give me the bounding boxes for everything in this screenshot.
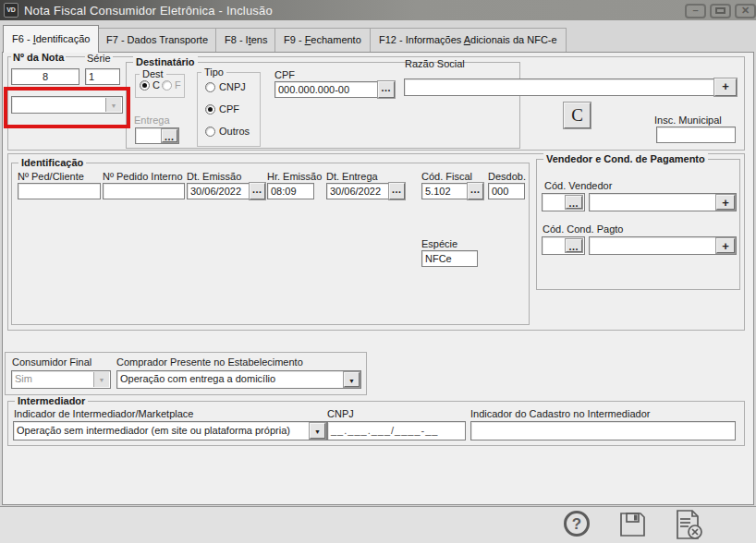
c-button[interactable]: C xyxy=(564,103,591,128)
cod-vendedor-add-button[interactable]: + xyxy=(716,195,735,210)
dt-emissao-ellipsis-button[interactable]: … xyxy=(250,183,265,199)
cod-vendedor-label: Cód. Vendedor xyxy=(544,180,612,191)
tab-itens[interactable]: F8 - Itens xyxy=(215,28,276,52)
title-bar: VD Nota Fiscal Consumidor Eletrônica - I… xyxy=(0,0,756,20)
comprador-presente-combobox[interactable]: Operação com entrega a domicílio ▼ xyxy=(116,370,361,389)
consumidor-final-label: Consumidor Final xyxy=(12,356,91,368)
tab-fechamento[interactable]: F9 - Fechamento xyxy=(274,28,371,52)
hr-emissao-field[interactable]: 08:09 xyxy=(267,183,314,199)
tipo-radio-cpf[interactable] xyxy=(205,104,215,115)
pedido-interno-field[interactable] xyxy=(103,183,185,199)
dest-radio-c-label: C xyxy=(152,79,160,90)
identificacao-title: Identificação xyxy=(18,157,86,168)
cod-fiscal-ellipsis-button[interactable]: … xyxy=(468,183,483,199)
tipo-radio-cpf-label: CPF xyxy=(219,103,239,115)
pedido-interno-label: Nº Pedido Interno xyxy=(103,171,183,182)
dest-radio-f-label: F xyxy=(175,79,181,90)
intermediador-box: Intermediador Indicador de Intermediador… xyxy=(7,401,745,446)
tab-identificacao[interactable]: F6 - Identificação xyxy=(3,25,99,53)
cod-vendedor-field[interactable]: … xyxy=(542,193,585,211)
dest-radio-f[interactable] xyxy=(162,80,172,90)
help-button[interactable]: ? xyxy=(564,511,590,537)
razao-social-field[interactable] xyxy=(404,78,714,96)
tab-informacoes-adicionais[interactable]: F12 - Informações Adicionais da NFC-e xyxy=(370,28,567,52)
indicador-cadastro-field[interactable] xyxy=(470,421,736,440)
tipo-radio-cnpj[interactable] xyxy=(205,82,215,92)
app-icon: VD xyxy=(4,3,18,18)
cpf-label: CPF xyxy=(274,69,295,80)
insc-municipal-field[interactable] xyxy=(656,127,736,143)
plus-icon: + xyxy=(722,196,729,210)
destinatario-group: Destinatário Dest C F Entrega … Tipo CNP… xyxy=(126,62,520,149)
cnpj-intermediador-label: CNPJ xyxy=(327,408,354,419)
cod-cond-ellipsis-button[interactable]: … xyxy=(566,239,582,252)
cancel-document-button[interactable] xyxy=(672,509,705,540)
desdob-field[interactable]: 000 xyxy=(488,183,525,199)
help-icon: ? xyxy=(572,515,581,533)
tab-dados-transporte[interactable]: F7 - Dados Transporte xyxy=(97,28,217,52)
dt-emissao-field[interactable]: 30/06/2022 xyxy=(187,183,250,199)
tipo-radio-cnpj-label: CNPJ xyxy=(219,81,246,92)
indicador-dropdown-button[interactable]: ▼ xyxy=(310,423,325,439)
cod-vendedor-ellipsis-button[interactable]: … xyxy=(566,196,582,209)
ellipsis-icon: … xyxy=(568,198,579,209)
consumidor-final-dropdown-button[interactable]: ▼ xyxy=(93,372,109,387)
entrega-field[interactable]: … xyxy=(135,127,179,144)
razao-social-label: Razão Social xyxy=(405,58,465,69)
especie-label: Espécie xyxy=(421,238,457,249)
insc-municipal-label: Insc. Municipal xyxy=(654,115,722,126)
consumidor-final-combobox[interactable]: Sim ▼ xyxy=(11,370,111,389)
serie-field[interactable]: 1 xyxy=(85,68,120,85)
ped-cliente-field[interactable] xyxy=(18,183,101,199)
chevron-down-icon: ▼ xyxy=(99,377,105,383)
maximize-icon xyxy=(715,7,726,14)
cod-fiscal-field[interactable]: 5.102 xyxy=(421,183,468,199)
chevron-down-icon: ▼ xyxy=(348,378,355,384)
vendedor-group: Vendedor e Cond. de Pagamento Cód. Vende… xyxy=(536,159,740,290)
ellipsis-icon: … xyxy=(392,184,403,195)
consumidor-box: Consumidor Final Sim ▼ Comprador Present… xyxy=(5,352,367,395)
desdob-label: Desdob. xyxy=(488,171,526,182)
cod-cond-label: Cód. Cond. Pagto xyxy=(543,223,623,235)
tipo-title: Tipo xyxy=(201,66,226,78)
dt-entrega-ellipsis-button[interactable]: … xyxy=(389,183,405,199)
dt-entrega-field[interactable]: 30/06/2022 xyxy=(326,183,389,199)
hr-emissao-label: Hr. Emissão xyxy=(267,171,322,182)
dest-title: Dest xyxy=(140,68,166,79)
close-button[interactable]: ✕ xyxy=(735,4,756,18)
cod-fiscal-label: Cód. Fiscal xyxy=(421,171,472,182)
window-title: Nota Fiscal Consumidor Eletrônica - Incl… xyxy=(24,4,273,18)
entrega-label: Entrega xyxy=(134,115,170,126)
annotation-highlight xyxy=(4,87,130,128)
minimize-button[interactable]: – xyxy=(685,4,706,18)
nota-field[interactable]: 8 xyxy=(11,68,79,85)
cod-cond-field[interactable]: … xyxy=(542,236,585,255)
ellipsis-icon: … xyxy=(252,184,263,195)
entrega-ellipsis-button[interactable]: … xyxy=(162,129,177,142)
tipo-radio-outros[interactable] xyxy=(205,127,215,137)
indicador-intermediador-combobox[interactable]: Operação sem intermediador (em site ou p… xyxy=(13,421,327,440)
cpf-field[interactable]: 000.000.000-00 xyxy=(274,81,378,98)
comprador-presente-dropdown-button[interactable]: ▼ xyxy=(344,372,360,387)
ellipsis-icon: … xyxy=(470,184,482,195)
tipo-subgroup: Tipo CNPJ CPF Outros xyxy=(197,72,261,147)
ellipsis-icon: … xyxy=(568,241,579,252)
cpf-ellipsis-button[interactable]: … xyxy=(378,81,395,98)
save-button[interactable] xyxy=(617,510,647,539)
cod-cond-desc-field[interactable] xyxy=(589,236,737,255)
dest-subgroup: Dest C F xyxy=(135,74,185,98)
save-floppy-icon xyxy=(617,510,647,539)
intermediador-title: Intermediador xyxy=(15,395,88,406)
cod-vendedor-desc-field[interactable] xyxy=(589,193,737,211)
maximize-button[interactable] xyxy=(710,4,731,18)
dt-emissao-label: Dt. Emissão xyxy=(187,171,241,182)
dest-radio-c[interactable] xyxy=(140,80,150,90)
identificacao-group: Identificação Nº Ped/Cliente Nº Pedido I… xyxy=(11,163,530,325)
especie-field[interactable]: NFCe xyxy=(421,250,478,267)
cod-cond-add-button[interactable]: + xyxy=(716,238,735,253)
cancel-document-icon xyxy=(672,509,705,540)
razao-social-add-button[interactable]: + xyxy=(714,78,737,96)
cnpj-intermediador-field[interactable]: __.___.___/____-__ xyxy=(327,421,466,440)
dt-entrega-label: Dt. Entrega xyxy=(326,171,378,182)
plus-icon: + xyxy=(722,239,729,253)
